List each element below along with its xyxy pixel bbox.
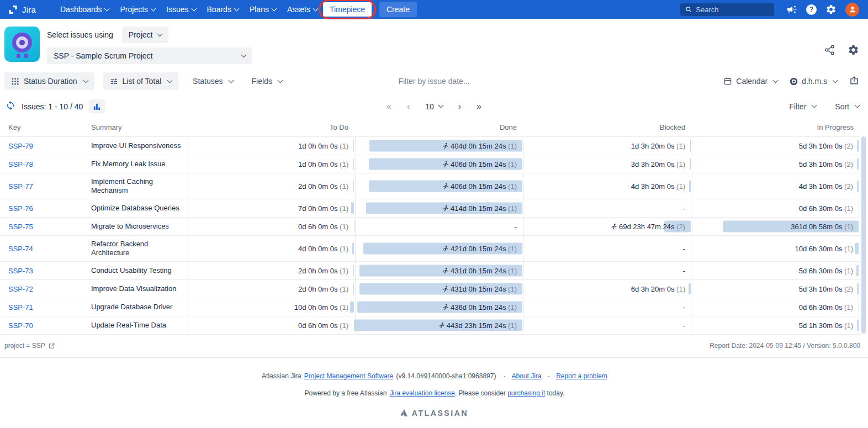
issue-count: (1)	[675, 285, 686, 293]
create-button[interactable]: Create	[379, 2, 417, 17]
issue-count: (2)	[843, 182, 854, 191]
report-problem-link[interactable]: Report a problem	[556, 372, 607, 380]
footer-text: Powered by a free Atlassian	[305, 389, 387, 397]
duration-value: 6d 3h 20m 0s (1)	[631, 285, 685, 293]
nav-item-timepiece[interactable]: Timepiece	[323, 2, 372, 17]
runner-icon	[442, 304, 449, 311]
help-button[interactable]: ?	[806, 4, 817, 15]
issue-summary-text: Update Real-Time Data	[91, 321, 166, 330]
runner-icon	[442, 267, 449, 274]
inprogress-duration-cell: 5d 3h 10m 0s (2)	[692, 280, 860, 298]
purchase-link[interactable]: purchasing it	[507, 389, 545, 397]
issue-count: (1)	[843, 303, 854, 311]
next-page-button[interactable]: ›	[458, 102, 461, 112]
issue-count: (1)	[338, 321, 349, 330]
refresh-button[interactable]	[6, 101, 15, 113]
table-body: SSP-79 Improve UI Responsiveness 1d 0h 0…	[0, 137, 860, 335]
nav-item-boards[interactable]: Boards	[202, 2, 244, 17]
date-filter-input[interactable]: Filter by issue date...	[398, 77, 469, 86]
nav-item-issues[interactable]: Issues	[161, 2, 201, 17]
duration-value: 3d 3h 20m 0s (1)	[631, 160, 685, 168]
done-duration-cell: 406d 0h 15m 24s (1)	[355, 173, 523, 199]
issue-source-dropdown[interactable]: Project	[122, 27, 169, 43]
time-format-label: d.h.m.s	[802, 77, 827, 86]
issue-key-link[interactable]: SSP-77	[8, 182, 33, 191]
atlassian-brand: ATLASSIAN	[0, 408, 868, 418]
nav-item-plans[interactable]: Plans	[244, 2, 282, 17]
filter-dropdown[interactable]: Filter	[789, 102, 816, 111]
nav-item-assets[interactable]: Assets	[282, 2, 323, 17]
share-button[interactable]	[824, 44, 835, 58]
project-dropdown[interactable]: SSP - Sample Scrum Project	[47, 47, 252, 64]
runner-icon	[442, 205, 449, 212]
first-page-button[interactable]: «	[387, 102, 391, 112]
inprogress-duration-cell: 361d 0h 58m 0s (1)	[692, 218, 860, 235]
issue-summary: Refactor Backend Architecture	[91, 236, 188, 261]
issue-key-link[interactable]: SSP-71	[8, 303, 33, 311]
export-button[interactable]	[849, 75, 859, 87]
announcements-button[interactable]	[786, 4, 797, 15]
issue-count: (1)	[506, 182, 517, 191]
issue-key-link[interactable]: SSP-75	[8, 223, 33, 231]
issue-count: (1)	[506, 160, 517, 168]
issue-key-link[interactable]: SSP-73	[8, 267, 33, 275]
duration-value: 4d 3h 10m 0s (2)	[799, 182, 853, 191]
fields-dropdown[interactable]: Fields	[252, 77, 282, 86]
duration-bar	[689, 283, 691, 295]
nav-item-dashboards[interactable]: Dashboards	[55, 2, 115, 17]
issue-key-link[interactable]: SSP-76	[8, 204, 33, 213]
report-type-dropdown[interactable]: Status Duration	[4, 72, 94, 90]
footer-version: (v9.14.0#9140000-sha1:0968897)	[396, 372, 496, 380]
column-header-summary: Summary	[91, 120, 188, 136]
view-mode-dropdown[interactable]: List of Total	[103, 72, 179, 90]
column-header-done: Done	[355, 120, 523, 136]
page-size-dropdown[interactable]: 10	[425, 102, 443, 111]
issue-key-link[interactable]: SSP-78	[8, 160, 33, 168]
issue-count: (1)	[843, 267, 854, 275]
issue-key-link[interactable]: SSP-79	[8, 142, 33, 150]
settings-button[interactable]	[825, 4, 837, 15]
user-avatar[interactable]	[845, 3, 859, 17]
app-header: Select issues using Project SSP - Sample…	[0, 19, 868, 70]
last-page-button[interactable]: »	[477, 102, 481, 112]
jira-logo[interactable]: Jira	[8, 4, 36, 15]
duration-value: 443d 23h 15m 24s (1)	[438, 321, 517, 330]
chevron-down-icon	[773, 77, 779, 83]
inprogress-duration-cell: 10d 6h 30m 0s (1)	[692, 236, 860, 261]
duration-bar	[353, 265, 354, 277]
sort-dropdown[interactable]: Sort	[835, 102, 859, 111]
issue-key-link[interactable]: SSP-74	[8, 245, 33, 253]
calendar-dropdown[interactable]: Calendar	[723, 77, 777, 86]
issue-summary-text: Refactor Backend Architecture	[91, 240, 183, 257]
nav-item-projects[interactable]: Projects	[114, 2, 161, 17]
software-link[interactable]: Project Management Software	[304, 372, 393, 380]
grid-icon	[11, 77, 19, 86]
prev-page-button[interactable]: ‹	[407, 102, 410, 112]
table-row: SSP-71 Upgrade Database Driver 10d 0h 0m…	[0, 298, 860, 316]
footer-text: . Please consider	[455, 389, 506, 397]
search-box[interactable]	[680, 3, 774, 16]
issue-key-link[interactable]: SSP-72	[8, 285, 33, 293]
table-scrollbar[interactable]	[861, 136, 866, 334]
issue-key-link[interactable]: SSP-70	[8, 321, 33, 330]
select-issues-label: Select issues using	[47, 30, 113, 39]
chevron-down-icon	[234, 6, 239, 11]
time-format-dropdown[interactable]: d.h.m.s	[790, 77, 837, 86]
issue-summary: Implement Caching Mechanism	[91, 173, 188, 199]
license-link[interactable]: Jira evaluation license	[390, 389, 455, 397]
about-jira-link[interactable]: About Jira	[511, 372, 541, 380]
duration-value: 436d 0h 15m 24s (1)	[442, 303, 517, 311]
project-name-value: SSP - Sample Scrum Project	[54, 51, 152, 60]
duration-bar	[690, 158, 691, 170]
issue-count: (1)	[843, 204, 854, 213]
chart-view-button[interactable]	[89, 99, 105, 113]
statuses-dropdown[interactable]: Statuses	[193, 77, 232, 86]
export-icon	[849, 75, 859, 85]
atlassian-wordmark: ATLASSIAN	[412, 409, 468, 418]
duration-bar	[690, 140, 691, 152]
search-input[interactable]	[696, 6, 769, 14]
report-settings-button[interactable]	[848, 44, 859, 58]
issue-summary-text: Upgrade Database Driver	[91, 303, 172, 311]
jql-query[interactable]: project = SSP	[4, 342, 45, 350]
chevron-down-icon	[313, 6, 318, 11]
